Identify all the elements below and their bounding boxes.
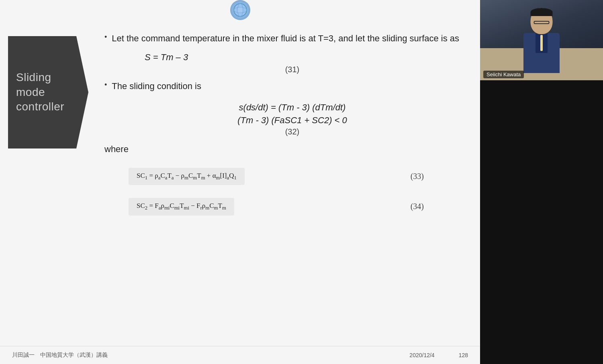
webcam-video: Seiichi Kawata xyxy=(480,0,603,80)
webcam-name-label: Seiichi Kawata xyxy=(483,71,524,78)
footer-page: 128 xyxy=(459,352,468,358)
person-simulation xyxy=(480,0,603,80)
eq-s-text: S = Tm – 3 xyxy=(121,52,464,63)
main-content: • Let the command temperature in the mix… xyxy=(104,28,464,338)
slide-footer: 川田誠一 中国地質大学（武漢）講義 2020/12/4 128 xyxy=(0,346,480,364)
slide-area: Sliding mode controller • Let the comman… xyxy=(0,0,480,364)
person-head xyxy=(531,8,553,34)
formula2-text: SC2 = FaρmiCmiTmi − FrρmCmTm xyxy=(129,198,234,215)
svg-point-2 xyxy=(234,7,247,13)
webcam-black-area xyxy=(480,80,603,364)
footer-date: 2020/12/4 xyxy=(409,352,434,358)
eq-sliding1: s(ds/dt) = (Tm - 3) (dTm/dt) xyxy=(121,102,464,113)
eq-sliding2: (Tm - 3) (FaSC1 + SC2) < 0 xyxy=(121,115,464,126)
bullet-item-1: • Let the command temperature in the mix… xyxy=(104,32,464,45)
title-box: Sliding mode controller xyxy=(8,36,88,148)
slide-top xyxy=(0,0,480,20)
bullet-text-2: The sliding condition is xyxy=(112,80,201,93)
footer-right: 2020/12/4 128 xyxy=(409,352,468,358)
eq-31-label: (31) xyxy=(121,65,464,74)
logo-icon xyxy=(230,0,250,20)
svg-point-3 xyxy=(237,4,243,16)
eq-33-label: (33) xyxy=(411,172,424,181)
eq-32-label: (32) xyxy=(121,127,464,136)
bullet-text-1: Let the command temperature in the mixer… xyxy=(112,32,459,45)
formula1-text: SC1 = ρaCaTa − ρmCmTm + αm[I]aQ1 xyxy=(129,168,245,185)
formula1-row: SC1 = ρaCaTa − ρmCmTm + αm[I]aQ1 (33) xyxy=(129,165,464,188)
formula2-row: SC2 = FaρmiCmiTmi − FrρmCmTm (34) xyxy=(129,195,464,218)
slide-content: Sliding mode controller • Let the comman… xyxy=(0,20,480,346)
eq-row-31: (31) xyxy=(121,65,464,74)
bullet-dot-2: • xyxy=(104,81,107,89)
webcam-panel: Seiichi Kawata xyxy=(480,0,603,364)
title-pentagon: Sliding mode controller xyxy=(8,36,88,148)
svg-point-0 xyxy=(234,4,247,16)
eq-34-label: (34) xyxy=(411,202,424,211)
bullet-dot-1: • xyxy=(104,33,107,41)
footer-institution: 川田誠一 中国地質大学（武漢）講義 xyxy=(12,352,108,359)
sliding-equations: s(ds/dt) = (Tm - 3) (dTm/dt) (Tm - 3) (F… xyxy=(104,100,464,138)
equation-s: S = Tm – 3 (31) xyxy=(104,52,464,77)
bullet-item-2: • The sliding condition is xyxy=(104,80,464,93)
slide-title: Sliding mode controller xyxy=(16,70,64,114)
where-label: where xyxy=(104,144,464,155)
eq-row-s: S = Tm – 3 xyxy=(121,52,464,63)
person-body xyxy=(523,33,560,73)
